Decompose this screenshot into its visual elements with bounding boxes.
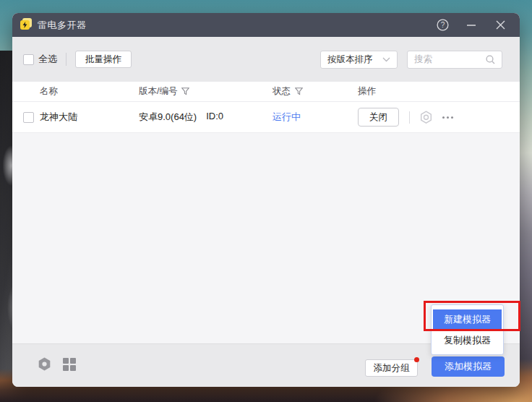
status-badge: 运行中 bbox=[273, 111, 301, 122]
sort-dropdown[interactable]: 按版本排序 bbox=[320, 51, 398, 69]
instance-id: ID:0 bbox=[206, 111, 223, 124]
header-name: 名称 bbox=[40, 85, 58, 98]
close-instance-button[interactable]: 关闭 bbox=[358, 108, 399, 127]
table-header: 名称 版本/编号 状态 操作 bbox=[12, 82, 520, 102]
row-checkbox[interactable] bbox=[23, 112, 34, 123]
help-button[interactable]: ? bbox=[433, 17, 452, 34]
titlebar[interactable]: 雷电多开器 ? bbox=[12, 13, 520, 37]
window-title: 雷电多开器 bbox=[38, 19, 87, 32]
select-all-label: 全选 bbox=[38, 53, 57, 66]
search-input[interactable] bbox=[414, 54, 479, 64]
header-version: 版本/编号 bbox=[139, 85, 177, 98]
version-filter-icon[interactable] bbox=[181, 87, 189, 95]
search-box bbox=[407, 51, 502, 69]
select-all-checkbox[interactable] bbox=[23, 54, 34, 65]
search-icon bbox=[486, 55, 495, 64]
svg-text:?: ? bbox=[440, 21, 445, 29]
table-row[interactable]: 龙神大陆 安卓9.0(64位) ID:0 运行中 关闭 bbox=[12, 102, 520, 133]
batch-operations-button[interactable]: 批量操作 bbox=[75, 51, 132, 68]
minimize-button[interactable] bbox=[462, 17, 481, 34]
annotation-highlight-box bbox=[424, 301, 520, 331]
settings-icon[interactable] bbox=[37, 356, 52, 372]
app-logo-icon bbox=[20, 20, 32, 30]
add-emulator-button[interactable]: 添加模拟器 bbox=[432, 356, 505, 377]
close-button[interactable] bbox=[491, 17, 510, 34]
header-status: 状态 bbox=[273, 85, 291, 98]
toolbar: 全选 批量操作 按版本排序 bbox=[12, 37, 520, 82]
ops-divider bbox=[409, 111, 410, 124]
sort-dropdown-value: 按版本排序 bbox=[327, 54, 373, 66]
toolbar-divider bbox=[66, 53, 66, 66]
notification-dot bbox=[414, 357, 419, 362]
instance-version: 安卓9.0(64位) bbox=[139, 111, 197, 124]
status-filter-icon[interactable] bbox=[295, 87, 303, 95]
more-options-icon[interactable] bbox=[442, 116, 453, 119]
menu-item-copy-emulator[interactable]: 复制模拟器 bbox=[433, 330, 502, 351]
header-operations: 操作 bbox=[358, 85, 376, 98]
add-group-button[interactable]: 添加分组 bbox=[365, 359, 418, 377]
grid-view-icon[interactable] bbox=[63, 358, 76, 371]
chevron-down-icon bbox=[382, 57, 390, 62]
instance-settings-icon[interactable] bbox=[419, 110, 434, 125]
